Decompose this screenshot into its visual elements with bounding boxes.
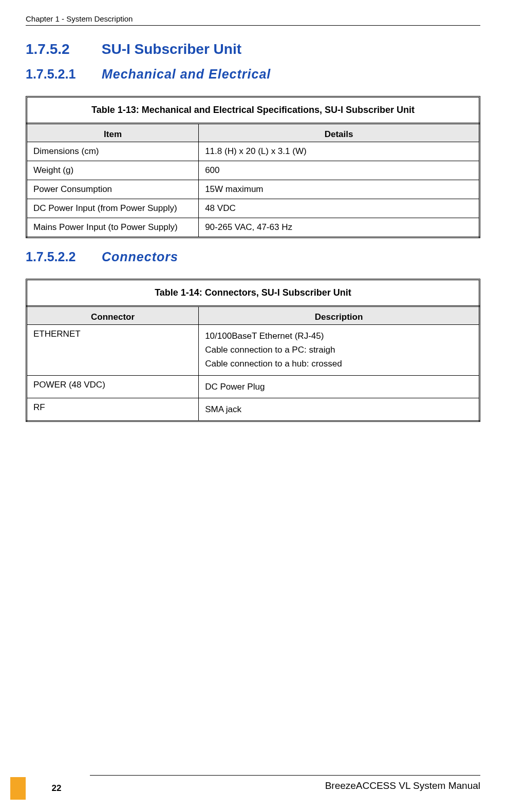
table-connectors: Table 1-14: Connectors, SU-I Subscriber …: [26, 279, 480, 422]
cell-item: DC Power Input (from Power Supply): [27, 199, 199, 218]
table-row: DC Power Input (from Power Supply)48 VDC: [27, 199, 480, 218]
table-row: Weight (g)600: [27, 161, 480, 180]
table-row: RFSMA jack: [27, 398, 480, 421]
subsection-heading: 1.7.5.2.1 Mechanical and Electrical: [26, 67, 480, 82]
section-number: 1.7.5.2: [26, 41, 98, 57]
column-header-connector: Connector: [27, 306, 199, 325]
description-line: Cable connection to a hub: crossed: [205, 357, 473, 371]
cell-item: Dimensions (cm): [27, 142, 199, 161]
column-header-details: Details: [199, 124, 480, 142]
column-header-description: Description: [199, 306, 480, 325]
page-footer: BreezeACCESS VL System Manual 22: [0, 766, 506, 812]
cell-details: 90-265 VAC, 47-63 Hz: [199, 218, 480, 238]
cell-connector: ETHERNET: [27, 325, 199, 376]
cell-connector: RF: [27, 398, 199, 421]
cell-description: DC Power Plug: [199, 375, 480, 398]
description-line: DC Power Plug: [205, 380, 473, 394]
cell-details: 15W maximum: [199, 180, 480, 199]
table-caption: Table 1-13: Mechanical and Electrical Sp…: [26, 96, 480, 123]
cell-details: 48 VDC: [199, 199, 480, 218]
cell-item: Mains Power Input (to Power Supply): [27, 218, 199, 238]
subsection-title: Mechanical and Electrical: [102, 67, 271, 81]
description-line: Cable connection to a PC: straigh: [205, 343, 473, 357]
cell-details: 11.8 (H) x 20 (L) x 3.1 (W): [199, 142, 480, 161]
description-line: SMA jack: [205, 402, 473, 416]
cell-item: Weight (g): [27, 161, 199, 180]
subsection-number: 1.7.5.2.1: [26, 67, 98, 82]
section-heading: 1.7.5.2 SU-I Subscriber Unit: [26, 41, 480, 57]
page-header: Chapter 1 - System Description: [26, 0, 480, 26]
footer-rule: [90, 775, 480, 776]
table-mechanical-electrical: Table 1-13: Mechanical and Electrical Sp…: [26, 96, 480, 238]
table14-body: ETHERNET10/100BaseT Ethernet (RJ-45)Cabl…: [27, 325, 480, 421]
table13-body: Dimensions (cm)11.8 (H) x 20 (L) x 3.1 (…: [27, 142, 480, 238]
chapter-label: Chapter 1 - System Description: [26, 14, 133, 23]
table-row: Mains Power Input (to Power Supply)90-26…: [27, 218, 480, 238]
cell-details: 600: [199, 161, 480, 180]
cell-connector: POWER (48 VDC): [27, 375, 199, 398]
table-row: ETHERNET10/100BaseT Ethernet (RJ-45)Cabl…: [27, 325, 480, 376]
subsection-heading: 1.7.5.2.2 Connectors: [26, 249, 480, 264]
manual-title: BreezeACCESS VL System Manual: [325, 780, 480, 791]
description-line: 10/100BaseT Ethernet (RJ-45): [205, 329, 473, 343]
table-row: Dimensions (cm)11.8 (H) x 20 (L) x 3.1 (…: [27, 142, 480, 161]
page-number: 22: [52, 783, 62, 794]
subsection-title: Connectors: [102, 249, 178, 264]
subsection-number: 1.7.5.2.2: [26, 249, 98, 264]
table-caption: Table 1-14: Connectors, SU-I Subscriber …: [26, 279, 480, 305]
cell-item: Power Consumption: [27, 180, 199, 199]
footer-accent: [10, 777, 26, 800]
cell-description: SMA jack: [199, 398, 480, 421]
column-header-item: Item: [27, 124, 199, 142]
cell-description: 10/100BaseT Ethernet (RJ-45)Cable connec…: [199, 325, 480, 376]
table-row: Power Consumption15W maximum: [27, 180, 480, 199]
table-row: POWER (48 VDC)DC Power Plug: [27, 375, 480, 398]
page-number-box: 22: [26, 777, 87, 800]
section-title: SU-I Subscriber Unit: [102, 41, 241, 57]
